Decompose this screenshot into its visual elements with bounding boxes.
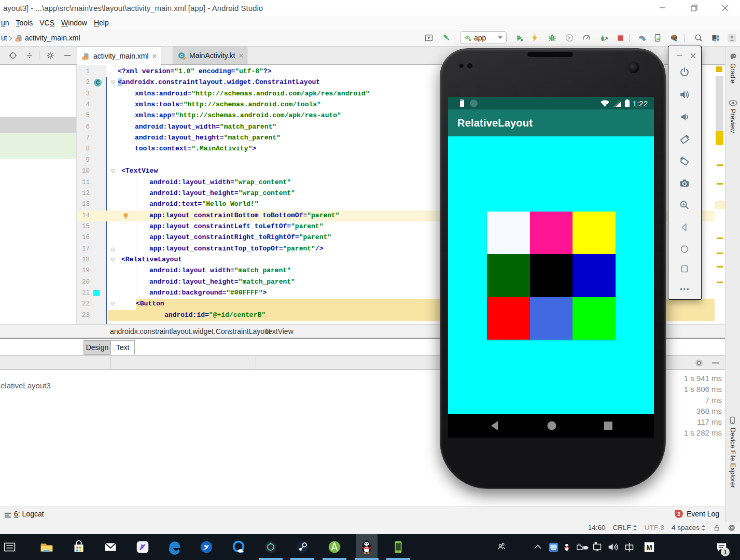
tab-text[interactable]: Text [110, 340, 135, 355]
emulator-close-button[interactable] [687, 50, 699, 61]
emulator-overview-button[interactable] [679, 263, 690, 274]
gear-icon[interactable] [45, 50, 56, 61]
color-button-0[interactable] [487, 212, 530, 254]
menu-item-window[interactable]: Window [61, 19, 87, 27]
target-icon[interactable] [7, 50, 19, 61]
profiler-icon[interactable] [580, 32, 593, 44]
profile-user-icon[interactable] [725, 32, 738, 44]
tab-mainactivity-kt[interactable]: C MainActivity.kt ✕ [173, 47, 247, 64]
sync-icon[interactable] [636, 32, 648, 44]
fold-marker[interactable] [110, 301, 116, 307]
fold-marker[interactable] [110, 80, 116, 86]
tab-close-icon[interactable]: ✕ [152, 52, 158, 60]
toolwindow-stack-icon[interactable] [4, 511, 12, 519]
tray-chevron-up-icon[interactable] [529, 539, 546, 555]
attach-debugger-icon[interactable] [597, 32, 610, 44]
encoding-indicator[interactable]: UTF-8 [645, 524, 664, 531]
taskbar-ring-icon[interactable] [262, 539, 279, 555]
emulator-back-button[interactable] [679, 221, 690, 233]
error-stripe[interactable] [715, 65, 725, 324]
taskbar-mail-icon[interactable] [102, 539, 119, 555]
taskbar-edge-icon[interactable] [166, 539, 183, 555]
event-log-button[interactable]: Event Log [687, 510, 719, 518]
indent-selector[interactable]: 4 spaces [672, 524, 706, 531]
color-button-8[interactable] [573, 297, 616, 340]
tray-volume-icon[interactable] [605, 539, 621, 555]
breadcrumb-parent[interactable]: ut [1, 34, 7, 42]
lightning-icon[interactable] [528, 32, 541, 44]
taskbar-store-icon[interactable] [71, 539, 87, 555]
gear-icon[interactable] [695, 359, 703, 367]
phone-screen[interactable]: 1:22 RelativeLayout [448, 97, 654, 438]
device-file-explorer-button[interactable]: Device File Explorer [729, 428, 737, 488]
avd-icon[interactable] [651, 32, 664, 44]
emulator-minimize-button[interactable] [674, 50, 685, 61]
color-button-3[interactable] [487, 254, 530, 297]
menu-item-un[interactable]: un [1, 19, 9, 27]
gradle-toolwindow-button[interactable]: Gradle [729, 63, 737, 83]
stop-icon[interactable] [614, 32, 626, 44]
color-button-4[interactable] [530, 254, 573, 297]
tray-ime-icon[interactable] [621, 539, 637, 555]
play-icon[interactable] [513, 32, 526, 44]
taskbar-bird-icon[interactable] [134, 539, 151, 555]
play-grey-icon[interactable] [563, 32, 576, 44]
tray-network-icon[interactable] [590, 539, 606, 555]
structure-icon[interactable] [709, 32, 722, 44]
taskbar-emulator-phone-icon[interactable] [390, 539, 407, 555]
close-button[interactable] [717, 2, 733, 13]
emulator-camera-button[interactable] [679, 177, 690, 189]
color-button-5[interactable] [573, 254, 616, 297]
emulator-rotate-right-button[interactable] [679, 155, 690, 166]
breadcrumb-file[interactable]: activity_main.xml [25, 34, 80, 42]
caret-position[interactable]: 14:60 [588, 524, 606, 531]
taskbar-android-studio-icon[interactable] [326, 539, 343, 555]
color-button-7[interactable] [530, 297, 573, 340]
minus-icon[interactable] [62, 50, 73, 61]
tray-people-icon[interactable] [493, 539, 510, 555]
nav-home-button[interactable] [547, 421, 556, 430]
fold-marker[interactable] [110, 246, 116, 252]
line-ending-selector[interactable]: CRLF [612, 524, 637, 531]
tray-m-box-icon[interactable]: M [641, 539, 658, 555]
emulator-volume-up-button[interactable] [679, 89, 690, 100]
breadcrumb-item[interactable]: androidx.constraintlayout.widget.Constra… [110, 327, 271, 335]
color-button-1[interactable] [530, 212, 573, 254]
emulator-more-button[interactable] [679, 283, 690, 295]
maximize-button[interactable] [686, 2, 702, 13]
emulator-volume-down-button[interactable] [679, 111, 690, 122]
tray-battery-icon[interactable] [574, 539, 591, 555]
taskbar-task-view-icon[interactable] [2, 539, 18, 555]
taskbar-browser-icon[interactable] [198, 539, 215, 555]
taskbar-qmusic-icon[interactable] [230, 539, 247, 555]
preview-toolwindow-button[interactable]: Preview [729, 109, 737, 133]
tab-activity-main-xml[interactable]: <> activity_main.xml ✕ [77, 47, 161, 65]
fold-marker[interactable] [110, 169, 116, 174]
taskbar-steam-icon[interactable] [294, 539, 311, 555]
taskbar-explorer-icon[interactable] [38, 539, 55, 555]
nav-recents-button[interactable] [604, 422, 612, 430]
fold-marker[interactable] [110, 257, 116, 263]
emulator-home-button[interactable] [679, 243, 690, 255]
tab-design[interactable]: Design [83, 340, 111, 355]
hide-panel-icon[interactable] [712, 362, 719, 364]
menu-item-tools[interactable]: Tools [16, 19, 33, 27]
minimize-button[interactable] [655, 2, 671, 13]
collapse-icon[interactable] [24, 50, 35, 61]
lock-icon[interactable] [713, 524, 720, 531]
nav-back-button[interactable] [491, 421, 499, 430]
tab-close-icon[interactable]: ✕ [238, 52, 244, 60]
hector-icon[interactable] [728, 524, 736, 532]
color-button-2[interactable] [573, 212, 616, 254]
sdk-icon[interactable] [668, 32, 680, 44]
color-swatch[interactable] [93, 290, 100, 296]
intention-bulb-icon[interactable] [122, 213, 129, 219]
color-button-6[interactable] [487, 297, 530, 340]
menu-item-vcs[interactable]: VCS [39, 19, 54, 27]
emulator-power-button[interactable] [679, 66, 690, 78]
menu-item-help[interactable]: Help [94, 19, 109, 27]
emulator-zoom-button[interactable] [679, 199, 690, 211]
hammer-icon[interactable] [440, 32, 452, 44]
bug-icon[interactable] [546, 32, 559, 44]
emulator-rotate-left-button[interactable] [679, 133, 690, 145]
